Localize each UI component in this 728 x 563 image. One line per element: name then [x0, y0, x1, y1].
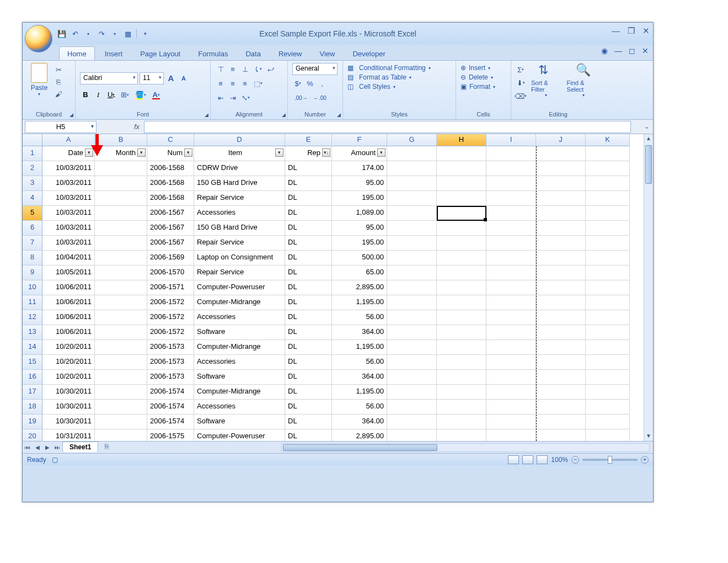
comma-button[interactable]: , — [317, 77, 328, 89]
cell-item[interactable]: Computer-Poweruser — [194, 429, 285, 441]
tab-insert[interactable]: Insert — [97, 47, 131, 60]
header-item[interactable]: Item▾ — [194, 146, 285, 161]
excel-icon[interactable]: ▦ — [123, 29, 133, 39]
align-top-button[interactable]: ⊤ — [215, 63, 226, 75]
format-cells-button[interactable]: ▣Format ▾ — [461, 83, 506, 91]
cell-amount[interactable]: 56.00 — [332, 310, 387, 325]
cell-amount[interactable]: 1,195.00 — [332, 340, 387, 355]
row-header[interactable]: 2 — [23, 161, 42, 176]
row-header[interactable]: 15 — [23, 355, 42, 370]
cell-rep[interactable]: DL — [285, 206, 332, 221]
cell-num[interactable]: 2006-1567 — [147, 236, 194, 251]
format-painter-icon[interactable]: 🖌 — [53, 89, 63, 98]
decrease-decimal-button[interactable]: ←.00 — [311, 92, 329, 104]
header-month[interactable]: Month▾ — [95, 146, 147, 161]
wrap-text-button[interactable]: ⮐ — [265, 63, 277, 75]
cell-item[interactable]: Computer-Midrange — [194, 340, 285, 355]
row-header[interactable]: 12 — [23, 310, 42, 325]
decrease-indent-button[interactable]: ⇤ — [215, 92, 226, 104]
align-right-button[interactable]: ≡ — [239, 77, 250, 89]
merge-button[interactable]: ⬚▾ — [251, 77, 265, 89]
align-bottom-button[interactable]: ⊥ — [239, 63, 250, 75]
zoom-slider[interactable] — [582, 459, 638, 461]
cell-rep[interactable]: DL — [285, 161, 332, 176]
cell-rep[interactable]: DL — [285, 429, 332, 441]
grow-font-button[interactable]: A — [165, 72, 176, 84]
zoom-in-button[interactable]: + — [641, 456, 649, 464]
macro-record-icon[interactable]: ▢ — [52, 456, 58, 464]
font-dialog-launcher[interactable]: ◢ — [205, 112, 208, 118]
cell-month[interactable] — [95, 325, 147, 340]
redo-dropdown-icon[interactable]: ▾ — [110, 29, 120, 39]
cell-amount[interactable]: 195.00 — [332, 236, 387, 251]
cell-item[interactable]: Computer-Poweruser — [194, 280, 285, 295]
clear-button[interactable]: ⌫▾ — [516, 92, 526, 100]
zoom-out-button[interactable]: − — [571, 456, 579, 464]
cell-date[interactable]: 10/30/2011 — [42, 400, 95, 415]
undo-icon[interactable]: ↶ — [70, 29, 80, 39]
cell-rep[interactable]: DL — [285, 340, 332, 355]
cell-rep[interactable]: DL — [285, 400, 332, 415]
select-all-corner[interactable] — [23, 134, 42, 146]
align-left-button[interactable]: ≡ — [215, 77, 226, 89]
cut-icon[interactable]: ✂ — [53, 65, 63, 74]
cell-num[interactable]: 2006-1573 — [147, 355, 194, 370]
paste-button[interactable]: Paste ▾ — [27, 63, 51, 97]
alignment-dialog-launcher[interactable]: ◢ — [282, 112, 286, 118]
cell-num[interactable]: 2006-1572 — [147, 310, 194, 325]
row-header[interactable]: 13 — [23, 325, 42, 340]
row-header[interactable]: 19 — [23, 415, 42, 429]
row-header[interactable]: 5 — [23, 206, 42, 221]
header-date[interactable]: Date▾ — [42, 146, 95, 161]
doc-minimize-button[interactable]: — — [614, 46, 622, 55]
cell-amount[interactable]: 364.00 — [332, 370, 387, 385]
col-header-d[interactable]: D — [194, 134, 285, 146]
number-dialog-launcher[interactable]: ◢ — [337, 112, 341, 118]
cell-rep[interactable]: DL — [285, 310, 332, 325]
restore-button[interactable]: ❐ — [628, 26, 635, 36]
page-break-view-button[interactable] — [537, 455, 548, 464]
cell-rep[interactable]: DL — [285, 176, 332, 191]
scroll-down-icon[interactable]: ▼ — [644, 432, 653, 441]
cell-num[interactable]: 2006-1567 — [147, 206, 194, 221]
sheet-tab-1[interactable]: Sheet1 — [62, 442, 98, 452]
tab-page-layout[interactable]: Page Layout — [132, 47, 188, 60]
row-header-1[interactable]: 1 — [23, 146, 42, 161]
cell-date[interactable]: 10/06/2011 — [42, 325, 95, 340]
fill-color-button[interactable]: 🪣▾ — [133, 89, 148, 101]
cell-amount[interactable]: 2,895.00 — [332, 280, 387, 295]
cell-amount[interactable]: 1,089.00 — [332, 206, 387, 221]
cell-amount[interactable]: 500.00 — [332, 251, 387, 265]
shrink-font-button[interactable]: A — [178, 72, 189, 84]
number-format-combo[interactable]: General — [292, 63, 338, 75]
cell-item[interactable]: Computer-Midrange — [194, 385, 285, 400]
row-header[interactable]: 8 — [23, 251, 42, 265]
cell-item[interactable]: Accessories — [194, 310, 285, 325]
cell-item[interactable]: Accessories — [194, 206, 285, 221]
sheet-nav-last[interactable]: ⏭ — [52, 444, 62, 450]
cell-month[interactable] — [95, 415, 147, 429]
cell-date[interactable]: 10/20/2011 — [42, 355, 95, 370]
normal-view-button[interactable] — [508, 455, 519, 464]
row-header[interactable]: 16 — [23, 370, 42, 385]
row-header[interactable]: 4 — [23, 191, 42, 206]
cell-rep[interactable]: DL — [285, 221, 332, 236]
filter-num-icon[interactable]: ▾ — [184, 148, 192, 157]
cell-month[interactable] — [95, 176, 147, 191]
filter-rep-icon[interactable]: ▾↓ — [322, 148, 330, 157]
cell-num[interactable]: 2006-1572 — [147, 325, 194, 340]
cell-date[interactable]: 10/06/2011 — [42, 295, 95, 310]
cell-item[interactable]: 150 GB Hard Drive — [194, 221, 285, 236]
zoom-knob[interactable] — [608, 456, 612, 464]
cell-month[interactable] — [95, 370, 147, 385]
col-header-f[interactable]: F — [332, 134, 387, 146]
cell-date[interactable]: 10/06/2011 — [42, 310, 95, 325]
row-header[interactable]: 6 — [23, 221, 42, 236]
font-name-combo[interactable]: Calibri — [80, 72, 138, 84]
filter-date-icon[interactable]: ▾ — [85, 148, 93, 157]
cell-num[interactable]: 2006-1574 — [147, 415, 194, 429]
row-header[interactable]: 3 — [23, 176, 42, 191]
row-header[interactable]: 7 — [23, 236, 42, 251]
cell-item[interactable]: CDRW Drive — [194, 161, 285, 176]
cell-month[interactable] — [95, 161, 147, 176]
